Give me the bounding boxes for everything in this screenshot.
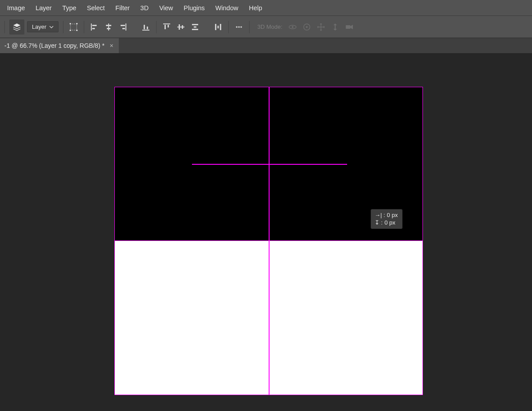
svg-rect-38 [346,25,350,29]
svg-point-34 [292,26,293,28]
svg-rect-4 [70,30,71,31]
svg-marker-0 [13,23,20,27]
svg-marker-39 [350,25,353,29]
3d-slide-icon[interactable] [329,21,341,33]
menu-window[interactable]: Window [210,3,244,13]
align-bottom-edges-icon[interactable] [140,21,152,33]
svg-rect-7 [92,25,97,26]
svg-point-30 [236,26,238,28]
svg-rect-25 [192,29,198,30]
divider [228,21,229,33]
canvas-area[interactable]: →| : 0 px ↧ : 0 px [0,53,532,411]
svg-rect-22 [179,24,180,30]
chevron-down-icon [49,25,54,29]
3d-pan-icon[interactable] [315,21,327,33]
distribute-horizontal-icon[interactable] [212,21,224,33]
document-tab[interactable]: -1 @ 66.7% (Layer 1 copy, RGB/8) * × [0,38,119,53]
dy-icon: ↧ : [375,219,383,226]
svg-rect-19 [164,25,166,29]
svg-marker-37 [333,23,337,31]
svg-point-31 [238,26,240,28]
divider [63,21,63,33]
svg-point-36 [306,26,308,28]
3d-orbit-icon[interactable] [287,21,298,33]
artboard[interactable] [114,87,423,395]
smart-guide-readout: →| : 0 px ↧ : 0 px [371,209,403,229]
3d-camera-icon[interactable] [344,21,355,33]
svg-rect-17 [147,27,148,29]
show-transform-controls-icon[interactable] [68,21,79,33]
align-target-label: Layer [32,23,47,30]
menu-select[interactable]: Select [82,3,110,13]
align-right-edges-icon[interactable] [117,21,129,33]
menu-bar: Image Layer Type Select Filter 3D View P… [0,0,532,16]
svg-point-32 [240,26,242,28]
menu-help[interactable]: Help [243,3,267,13]
divider [249,21,250,33]
svg-rect-11 [107,28,110,29]
svg-rect-16 [144,25,145,29]
dx-value: 0 px [387,211,398,219]
svg-rect-20 [168,25,169,27]
svg-rect-5 [76,30,78,31]
menu-3d[interactable]: 3D [135,3,154,13]
align-horizontal-centers-icon[interactable] [103,21,114,33]
close-tab-icon[interactable]: × [110,42,113,49]
svg-rect-2 [70,23,71,24]
svg-rect-8 [92,28,95,29]
svg-rect-23 [182,25,183,29]
align-vertical-centers-icon[interactable] [175,21,187,33]
vertical-center-guide [269,87,270,395]
svg-rect-14 [122,28,125,29]
svg-rect-24 [192,24,198,25]
svg-rect-10 [106,25,111,26]
menu-view[interactable]: View [154,3,178,13]
svg-rect-13 [121,25,125,26]
menu-image[interactable]: Image [2,3,30,13]
document-tab-bar: -1 @ 66.7% (Layer 1 copy, RGB/8) * × [0,38,532,53]
svg-rect-3 [76,23,78,24]
menu-filter[interactable]: Filter [110,3,135,13]
document-tab-title: -1 @ 66.7% (Layer 1 copy, RGB/8) * [4,42,105,49]
dx-icon: →| : [375,211,385,219]
svg-rect-28 [220,24,221,30]
auto-select-layers-icon[interactable] [9,19,24,35]
align-left-edges-icon[interactable] [89,21,100,33]
svg-rect-1 [70,24,77,30]
options-bar: Layer [0,16,532,38]
menu-layer[interactable]: Layer [30,3,57,13]
svg-rect-27 [215,24,216,30]
divider [4,21,5,33]
3d-mode-label: 3D Mode: [258,23,282,30]
svg-rect-29 [217,26,219,28]
align-target-dropdown[interactable]: Layer [27,21,59,32]
svg-rect-26 [194,26,196,27]
distribute-vertical-icon[interactable] [189,21,201,33]
more-options-icon[interactable] [233,21,245,33]
divider [156,21,156,33]
menu-type[interactable]: Type [57,3,82,13]
dy-value: 0 px [384,219,395,226]
divider [84,21,84,33]
horizontal-snap-guide [192,164,347,165]
align-top-edges-icon[interactable] [161,21,172,33]
menu-plugins[interactable]: Plugins [178,3,210,13]
3d-roll-icon[interactable] [301,21,313,33]
